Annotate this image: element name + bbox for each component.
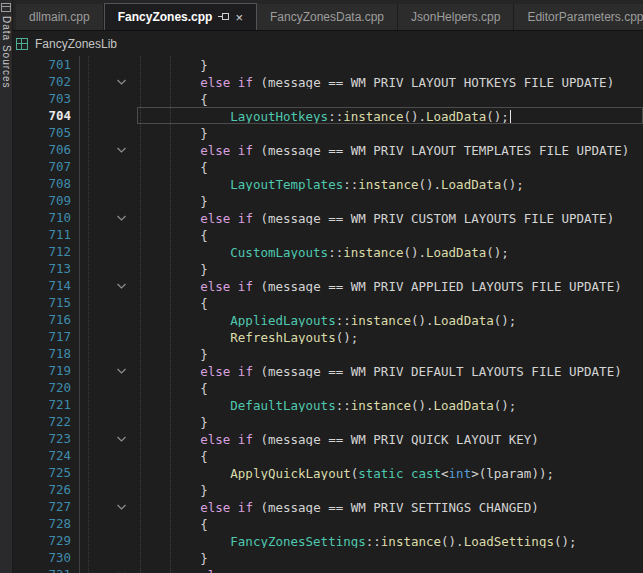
code-text[interactable]: }	[137, 192, 643, 209]
line-number[interactable]: 703	[13, 90, 73, 107]
code-line: 729 FancyZonesSettings::instance().LoadS…	[13, 532, 643, 549]
line-number[interactable]: 724	[13, 447, 73, 464]
fold-chevron-icon[interactable]	[116, 283, 127, 290]
code-text[interactable]: }	[137, 260, 643, 277]
line-number[interactable]: 723	[13, 430, 73, 447]
fold-margin	[73, 532, 137, 549]
line-number[interactable]: 712	[13, 243, 73, 260]
line-number[interactable]: 711	[13, 226, 73, 243]
code-editor[interactable]: 701 }702 else if (message == WM_PRIV_LAY…	[13, 56, 643, 573]
fold-margin	[73, 158, 137, 175]
line-number[interactable]: 729	[13, 532, 73, 549]
code-text[interactable]: {	[137, 515, 643, 532]
line-number[interactable]: 715	[13, 294, 73, 311]
code-text[interactable]: {	[137, 158, 643, 175]
code-text[interactable]: DefaultLayouts::instance().LoadData();	[137, 396, 643, 413]
fold-margin	[73, 294, 137, 311]
line-number[interactable]: 719	[13, 362, 73, 379]
code-text[interactable]: {	[137, 90, 643, 107]
fold-chevron-icon[interactable]	[116, 368, 127, 375]
sidebar-tab-data-sources[interactable]: Data Sources	[0, 0, 13, 573]
line-number[interactable]: 706	[13, 141, 73, 158]
code-text[interactable]: }	[137, 481, 643, 498]
tab-label: FancyZonesData.cpp	[270, 10, 384, 24]
line-number[interactable]: 710	[13, 209, 73, 226]
tab-fancyzones-cpp[interactable]: FancyZones.cpp ×	[104, 3, 257, 30]
fold-margin	[73, 549, 137, 566]
code-text[interactable]: {	[137, 226, 643, 243]
code-text[interactable]: else if (message == WM_PRIV_LAYOUT_HOTKE…	[137, 73, 643, 90]
code-text[interactable]: ApplyQuickLayout(static_cast<int>(lparam…	[137, 464, 643, 481]
code-text[interactable]: RefreshLayouts();	[137, 328, 643, 345]
line-number[interactable]: 731	[13, 566, 73, 573]
text-caret	[510, 110, 511, 123]
line-number[interactable]: 716	[13, 311, 73, 328]
fold-margin	[73, 498, 137, 515]
line-number[interactable]: 705	[13, 124, 73, 141]
close-icon[interactable]: ×	[235, 11, 243, 24]
line-number[interactable]: 704	[13, 107, 73, 124]
line-number[interactable]: 714	[13, 277, 73, 294]
code-text[interactable]: }	[137, 345, 643, 362]
code-text[interactable]: else if (message == WM_PRIV_DEFAULT_LAYO…	[137, 362, 643, 379]
line-number[interactable]: 730	[13, 549, 73, 566]
tab-dllmain-cpp[interactable]: dllmain.cpp	[16, 4, 104, 30]
code-text[interactable]: else	[137, 566, 643, 573]
code-text[interactable]: {	[137, 294, 643, 311]
code-text[interactable]: else if (message == WM_PRIV_CUSTOM_LAYOU…	[137, 209, 643, 226]
fold-chevron-icon[interactable]	[116, 504, 127, 511]
tab-jsonhelpers-cpp[interactable]: JsonHelpers.cpp	[398, 4, 514, 30]
code-text[interactable]: else if (message == WM_PRIV_SETTINGS_CHA…	[137, 498, 643, 515]
fold-margin	[73, 175, 137, 192]
fold-margin	[73, 260, 137, 277]
code-text[interactable]: AppliedLayouts::instance().LoadData();	[137, 311, 643, 328]
line-number[interactable]: 717	[13, 328, 73, 345]
fold-chevron-icon[interactable]	[116, 436, 127, 443]
line-number[interactable]: 726	[13, 481, 73, 498]
line-number[interactable]: 708	[13, 175, 73, 192]
tab-editorparameters-cpp[interactable]: EditorParameters.cpp	[514, 4, 643, 30]
pin-icon[interactable]	[218, 11, 229, 23]
code-line: 712 CustomLayouts::instance().LoadData()…	[13, 243, 643, 260]
fold-margin	[73, 243, 137, 260]
line-number[interactable]: 725	[13, 464, 73, 481]
line-number[interactable]: 722	[13, 413, 73, 430]
code-text[interactable]: }	[137, 549, 643, 566]
fold-chevron-icon[interactable]	[116, 147, 127, 154]
code-text[interactable]: else if (message == WM_PRIV_QUICK_LAYOUT…	[137, 430, 643, 447]
code-text[interactable]: else if (message == WM_PRIV_APPLIED_LAYO…	[137, 277, 643, 294]
code-text[interactable]: }	[137, 124, 643, 141]
line-number[interactable]: 721	[13, 396, 73, 413]
code-text[interactable]: CustomLayouts::instance().LoadData();	[137, 243, 643, 260]
code-text[interactable]: }	[137, 56, 643, 73]
code-line: 706 else if (message == WM_PRIV_LAYOUT_T…	[13, 141, 643, 158]
line-number[interactable]: 702	[13, 73, 73, 90]
fold-chevron-icon[interactable]	[116, 79, 127, 86]
document-tab-bar: dllmain.cpp FancyZones.cpp × FancyZonesD…	[13, 0, 643, 30]
line-number[interactable]: 713	[13, 260, 73, 277]
line-number[interactable]: 718	[13, 345, 73, 362]
code-text[interactable]: else if (message == WM_PRIV_LAYOUT_TEMPL…	[137, 141, 643, 158]
code-text[interactable]: {	[137, 379, 643, 396]
code-text[interactable]: LayoutHotkeys::instance().LoadData();	[137, 107, 643, 124]
code-line: 701 }	[13, 56, 643, 73]
line-number[interactable]: 728	[13, 515, 73, 532]
line-number[interactable]: 720	[13, 379, 73, 396]
line-number[interactable]: 727	[13, 498, 73, 515]
line-number[interactable]: 701	[13, 56, 73, 73]
code-text[interactable]: FancyZonesSettings::instance().LoadSetti…	[137, 532, 643, 549]
code-line: 731 else	[13, 566, 643, 573]
fold-margin	[73, 192, 137, 209]
code-text[interactable]: LayoutTemplates::instance().LoadData();	[137, 175, 643, 192]
code-text[interactable]: }	[137, 413, 643, 430]
code-line: 711 {	[13, 226, 643, 243]
line-number[interactable]: 709	[13, 192, 73, 209]
fold-margin	[73, 226, 137, 243]
fold-margin	[73, 311, 137, 328]
code-line: 705 }	[13, 124, 643, 141]
code-text[interactable]: {	[137, 447, 643, 464]
line-number[interactable]: 707	[13, 158, 73, 175]
breadcrumb[interactable]: FancyZonesLib	[13, 30, 643, 56]
fold-chevron-icon[interactable]	[116, 215, 127, 222]
tab-fancyzonesdata-cpp[interactable]: FancyZonesData.cpp	[257, 4, 398, 30]
